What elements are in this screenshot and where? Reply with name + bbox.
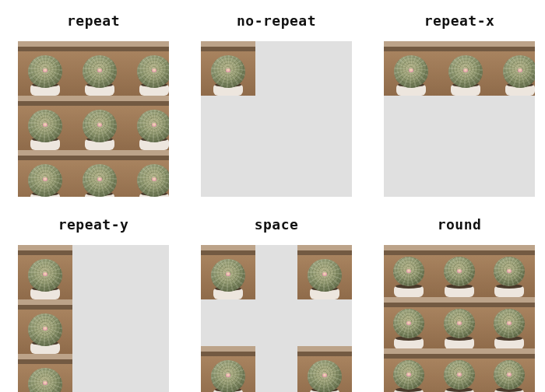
cactus-tile bbox=[484, 297, 535, 349]
cactus-tile bbox=[18, 299, 72, 354]
cactus-tile bbox=[18, 354, 72, 392]
cell-repeat-x: repeat-x bbox=[378, 9, 541, 196]
cactus-tile bbox=[201, 41, 255, 96]
cactus-tile bbox=[127, 96, 169, 150]
label-no-repeat: no-repeat bbox=[237, 9, 316, 41]
cactus-tile bbox=[384, 348, 434, 392]
cactus-tile bbox=[484, 245, 535, 297]
cactus-tile bbox=[18, 150, 72, 197]
box-round bbox=[384, 245, 535, 392]
cactus-tile bbox=[384, 245, 434, 297]
cactus-tile bbox=[434, 245, 485, 297]
cactus-tile bbox=[297, 346, 352, 392]
cactus-tile bbox=[72, 96, 127, 150]
cactus-tile bbox=[493, 41, 535, 96]
label-repeat: repeat bbox=[67, 9, 120, 41]
cactus-tile bbox=[484, 348, 535, 392]
box-repeat-x bbox=[384, 41, 535, 197]
cactus-tile bbox=[438, 41, 493, 96]
label-space: space bbox=[255, 213, 299, 245]
cell-round: round bbox=[378, 213, 541, 392]
box-repeat-y bbox=[18, 245, 169, 392]
cell-no-repeat: no-repeat bbox=[195, 9, 358, 196]
cactus-tile bbox=[201, 245, 255, 299]
demo-grid: repeat no-repeat repeat-x repeat-y space… bbox=[0, 0, 545, 392]
box-space bbox=[201, 245, 352, 392]
label-repeat-x: repeat-x bbox=[424, 9, 495, 41]
cactus-tile bbox=[384, 41, 438, 96]
cactus-tile bbox=[127, 150, 169, 197]
cactus-tile bbox=[72, 41, 127, 96]
box-no-repeat bbox=[201, 41, 352, 197]
cactus-tile bbox=[434, 297, 485, 349]
cactus-tile bbox=[297, 245, 352, 299]
cactus-tile bbox=[384, 297, 434, 349]
cactus-tile bbox=[72, 150, 127, 197]
cactus-tile bbox=[127, 41, 169, 96]
cactus-tile bbox=[434, 348, 485, 392]
cactus-tile bbox=[201, 346, 255, 392]
cactus-tile bbox=[18, 245, 72, 299]
label-repeat-y: repeat-y bbox=[58, 213, 129, 245]
cactus-tile bbox=[18, 96, 72, 150]
label-round: round bbox=[438, 213, 482, 245]
cactus-tile bbox=[18, 41, 72, 96]
box-repeat bbox=[18, 41, 169, 197]
cell-repeat-y: repeat-y bbox=[12, 213, 175, 392]
cell-space: space bbox=[195, 213, 358, 392]
cell-repeat: repeat bbox=[12, 9, 175, 196]
